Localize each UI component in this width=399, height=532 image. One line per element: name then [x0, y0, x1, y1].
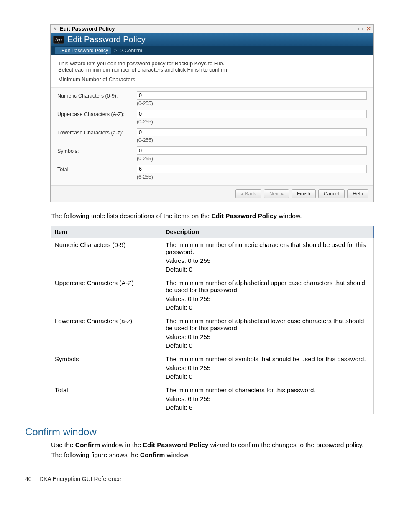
cell-description: The minimum number of alphabetical upper…	[162, 276, 374, 314]
numeric-hint: (0-255)	[137, 100, 367, 106]
table-header-description: Description	[162, 226, 374, 238]
help-button[interactable]: Help	[347, 189, 368, 198]
cancel-button[interactable]: Cancel	[318, 189, 345, 198]
symbols-row: Symbols: (0-255)	[57, 146, 367, 162]
table-row: Total The minimum number of characters f…	[51, 383, 374, 414]
table-intro-paragraph: The following table lists descriptions o…	[51, 212, 374, 220]
finish-button[interactable]: Finish	[292, 189, 316, 198]
cell-item: Numeric Characters (0-9)	[51, 238, 162, 276]
footer-title: DKA Encryption GUI Reference	[39, 475, 121, 482]
cell-description: The minimum number of symbols that shoul…	[162, 352, 374, 383]
wizard-steps: 1.Edit Password Policy > 2.Confirm	[51, 46, 373, 55]
wizard-step-1[interactable]: 1.Edit Password Policy	[55, 47, 111, 54]
confirm-window-paragraph-1: Use the Confirm window in the Edit Passw…	[51, 441, 374, 449]
wizard-intro-line1: This wizard lets you edit the password p…	[58, 60, 366, 67]
table-row: Symbols The minimum number of symbols th…	[51, 352, 374, 383]
symbols-hint: (0-255)	[137, 156, 367, 162]
lowercase-hint: (0-255)	[137, 137, 367, 143]
dialog-title: Edit Password Policy	[60, 26, 356, 32]
maximize-icon[interactable]: ▭	[358, 26, 363, 32]
cell-description: The minimum number of characters for thi…	[162, 383, 374, 414]
cell-item: Total	[51, 383, 162, 414]
collapse-icon[interactable]: ⋏	[53, 26, 56, 31]
min-chars-form: Numeric Characters (0-9): (0-255) Upperc…	[57, 91, 367, 180]
dialog-titlebar: ⋏ Edit Password Policy ▭ ✕	[51, 25, 373, 33]
total-hint: (6-255)	[137, 174, 367, 180]
wizard-step-separator: >	[114, 48, 117, 54]
uppercase-row: Uppercase Characters (A-Z): (0-255)	[57, 110, 367, 125]
dialog-header: hp Edit Password Policy	[51, 33, 373, 46]
table-row: Lowercase Characters (a-z) The minimum n…	[51, 314, 374, 352]
wizard-step-2[interactable]: 2.Confirm	[120, 48, 142, 54]
next-button[interactable]: Next ▸	[264, 189, 289, 198]
close-icon[interactable]: ✕	[366, 26, 371, 32]
uppercase-hint: (0-255)	[137, 119, 367, 125]
cell-item: Uppercase Characters (A-Z)	[51, 276, 162, 314]
min-chars-label: Minimum Number of Characters:	[58, 76, 366, 82]
cell-item: Symbols	[51, 352, 162, 383]
lowercase-row: Lowercase Characters (a-z): (0-255)	[57, 128, 367, 143]
table-row: Uppercase Characters (A-Z) The minimum n…	[51, 276, 374, 314]
items-description-table: Item Description Numeric Characters (0-9…	[51, 226, 374, 414]
numeric-row: Numeric Characters (0-9): (0-255)	[57, 91, 367, 106]
lowercase-input[interactable]	[137, 128, 367, 136]
page-number: 40	[25, 475, 38, 482]
dialog-header-title: Edit Password Policy	[67, 35, 146, 44]
symbols-label: Symbols:	[57, 146, 137, 154]
total-input[interactable]	[137, 165, 367, 173]
uppercase-label: Uppercase Characters (A-Z):	[57, 110, 137, 117]
cell-description: The minimum number of numeric characters…	[162, 238, 374, 276]
numeric-label: Numeric Characters (0-9):	[57, 91, 137, 99]
total-label: Total:	[57, 165, 137, 172]
wizard-intro-line2: Select each minimum number of characters…	[58, 67, 366, 73]
dialog-button-bar: ◂ Back Next ▸ Finish Cancel Help	[51, 185, 373, 202]
back-arrow-icon: ◂	[241, 191, 245, 197]
confirm-window-heading: Confirm window	[25, 426, 374, 438]
page-footer: 40 DKA Encryption GUI Reference	[25, 475, 374, 482]
cell-description: The minimum number of alphabetical lower…	[162, 314, 374, 352]
back-button[interactable]: ◂ Back	[235, 189, 261, 198]
edit-password-policy-dialog: ⋏ Edit Password Policy ▭ ✕ hp Edit Passw…	[50, 24, 374, 202]
confirm-window-paragraph-2: The following figure shows the Confirm w…	[51, 451, 374, 459]
numeric-input[interactable]	[137, 91, 367, 100]
hp-logo-icon: hp	[53, 36, 64, 44]
table-row: Numeric Characters (0-9) The minimum num…	[51, 238, 374, 276]
uppercase-input[interactable]	[137, 110, 367, 118]
total-row: Total: (6-255)	[57, 165, 367, 180]
cell-item: Lowercase Characters (a-z)	[51, 314, 162, 352]
symbols-input[interactable]	[137, 146, 367, 155]
table-header-item: Item	[51, 226, 162, 238]
next-arrow-icon: ▸	[280, 191, 284, 197]
lowercase-label: Lowercase Characters (a-z):	[57, 128, 137, 136]
